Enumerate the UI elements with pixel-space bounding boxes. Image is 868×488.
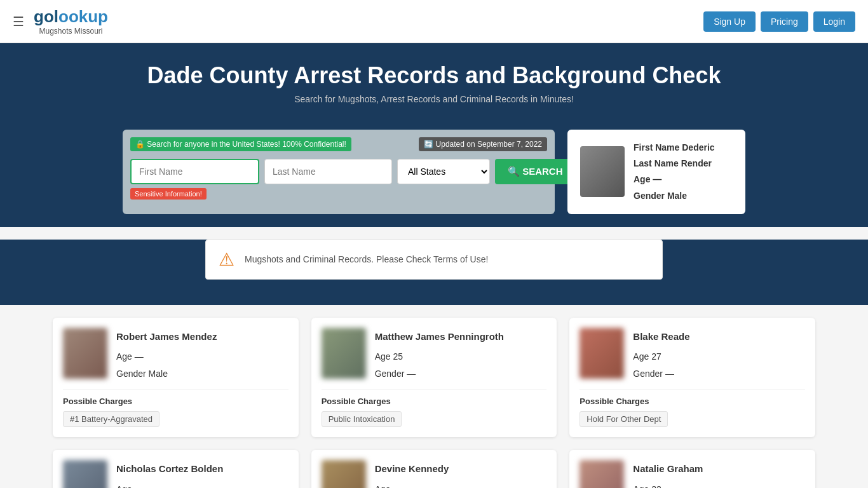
warning-text: Mugshots and Criminal Records. Please Ch… <box>245 254 488 264</box>
record-age: Age 22 <box>633 481 703 488</box>
logo-subtitle: Mugshots Missouri <box>34 27 108 36</box>
header-left: ☰ golookup Mugshots Missouri <box>13 7 108 36</box>
charges-label: Possible Charges <box>580 396 805 406</box>
featured-last-name: Last Name Render <box>634 156 715 172</box>
record-gender: Gender — <box>633 365 689 383</box>
record-avatar <box>580 328 624 379</box>
search-box: 🔒 Search for anyone in the United States… <box>123 130 555 214</box>
charge-badge: Hold For Other Dept <box>580 411 668 427</box>
record-gender: Gender Male <box>116 365 217 383</box>
record-name: Robert James Mendez <box>116 328 217 346</box>
logo-oo: l <box>54 7 58 26</box>
signup-button[interactable]: Sign Up <box>703 11 756 32</box>
record-age: Age — <box>116 348 217 365</box>
record-name: Natalie Graham <box>633 460 703 478</box>
record-name: Matthew James Penningroth <box>375 328 504 346</box>
charge-badge: Public Intoxication <box>322 411 402 427</box>
record-info: Nicholas Cortez Bolden Age — Gender — <box>116 460 223 488</box>
record-avatar <box>63 328 107 379</box>
record-card: Natalie Graham Age 22 Gender — <box>569 450 815 488</box>
logo-text: golookup <box>34 7 108 27</box>
record-card: Robert James Mendez Age — Gender Male Po… <box>53 318 299 438</box>
charges-section: Possible Charges Public Intoxication <box>322 390 547 427</box>
featured-info: First Name Dederic Last Name Render Age … <box>634 140 715 204</box>
records-section: Robert James Mendez Age — Gender Male Po… <box>40 305 828 488</box>
state-select[interactable]: All StatesAlabamaAlaskaArizonaArkansasCa… <box>397 159 490 184</box>
record-avatar <box>63 460 107 488</box>
hero-subtitle: Search for Mugshots, Arrest Records and … <box>13 94 855 104</box>
warning-bar: ⚠ Mugshots and Criminal Records. Please … <box>205 240 663 280</box>
last-name-input[interactable] <box>264 159 392 184</box>
record-person: Nicholas Cortez Bolden Age — Gender — <box>63 460 288 488</box>
featured-age: Age — <box>634 172 715 187</box>
search-fields: All StatesAlabamaAlaskaArizonaArkansasCa… <box>130 159 547 184</box>
record-card: Blake Reade Age 27 Gender — Possible Cha… <box>569 318 815 438</box>
logo: golookup Mugshots Missouri <box>34 7 108 36</box>
record-age: Age 25 <box>375 348 504 365</box>
pricing-button[interactable]: Pricing <box>761 11 808 32</box>
record-info: Blake Reade Age 27 Gender — <box>633 328 689 383</box>
logo-go: go <box>34 7 54 26</box>
record-card: Nicholas Cortez Bolden Age — Gender — <box>53 450 299 488</box>
featured-person-card: First Name Dederic Last Name Render Age … <box>567 130 745 214</box>
site-header: ☰ golookup Mugshots Missouri Sign Up Pri… <box>0 0 868 43</box>
updated-notice: 🔄 Updated on September 7, 2022 <box>419 137 547 151</box>
sensitive-badge: Sensitive Information! <box>130 188 207 200</box>
record-name: Devine Kennedy <box>375 460 449 478</box>
record-age: Age 27 <box>633 348 689 365</box>
search-button[interactable]: 🔍 SEARCH <box>495 159 576 184</box>
confidential-notice: 🔒 Search for anyone in the United States… <box>130 137 351 151</box>
record-person: Matthew James Penningroth Age 25 Gender … <box>322 328 547 383</box>
first-name-input[interactable] <box>130 159 259 184</box>
login-button[interactable]: Login <box>813 11 855 32</box>
records-grid: Robert James Mendez Age — Gender Male Po… <box>53 318 815 488</box>
charges-section: Possible Charges #1 Battery-Aggravated <box>63 390 288 427</box>
record-avatar <box>580 460 624 488</box>
record-gender: Gender — <box>375 365 504 383</box>
charges-label: Possible Charges <box>63 396 288 406</box>
record-age: Age — <box>116 481 223 488</box>
record-avatar <box>322 460 366 488</box>
record-info: Matthew James Penningroth Age 25 Gender … <box>375 328 504 383</box>
warning-icon: ⚠ <box>219 249 234 270</box>
record-card: Devine Kennedy Age — Gender — <box>311 450 557 488</box>
featured-avatar <box>580 146 625 197</box>
record-card: Matthew James Penningroth Age 25 Gender … <box>311 318 557 438</box>
record-name: Blake Reade <box>633 328 689 346</box>
menu-icon[interactable]: ☰ <box>13 14 24 29</box>
charge-badge: #1 Battery-Aggravated <box>63 411 159 427</box>
record-avatar <box>322 328 366 379</box>
record-person: Blake Reade Age 27 Gender — <box>580 328 805 383</box>
record-info: Devine Kennedy Age — Gender — <box>375 460 449 488</box>
record-person: Robert James Mendez Age — Gender Male <box>63 328 288 383</box>
hero-section: Dade County Arrest Records and Backgroun… <box>0 43 868 130</box>
record-person: Devine Kennedy Age — Gender — <box>322 460 547 488</box>
charges-label: Possible Charges <box>322 396 547 406</box>
record-name: Nicholas Cortez Bolden <box>116 460 223 478</box>
record-person: Natalie Graham Age 22 Gender — <box>580 460 805 488</box>
record-info: Robert James Mendez Age — Gender Male <box>116 328 217 383</box>
featured-first-name: First Name Dederic <box>634 140 715 156</box>
record-info: Natalie Graham Age 22 Gender — <box>633 460 703 488</box>
featured-gender: Gender Male <box>634 188 715 204</box>
record-age: Age — <box>375 481 449 488</box>
page-title: Dade County Arrest Records and Backgroun… <box>13 62 855 89</box>
header-buttons: Sign Up Pricing Login <box>703 11 855 32</box>
logo-lookup-text: ookup <box>58 7 108 26</box>
charges-section: Possible Charges Hold For Other Dept <box>580 390 805 427</box>
search-area: 🔒 Search for anyone in the United States… <box>0 130 868 227</box>
